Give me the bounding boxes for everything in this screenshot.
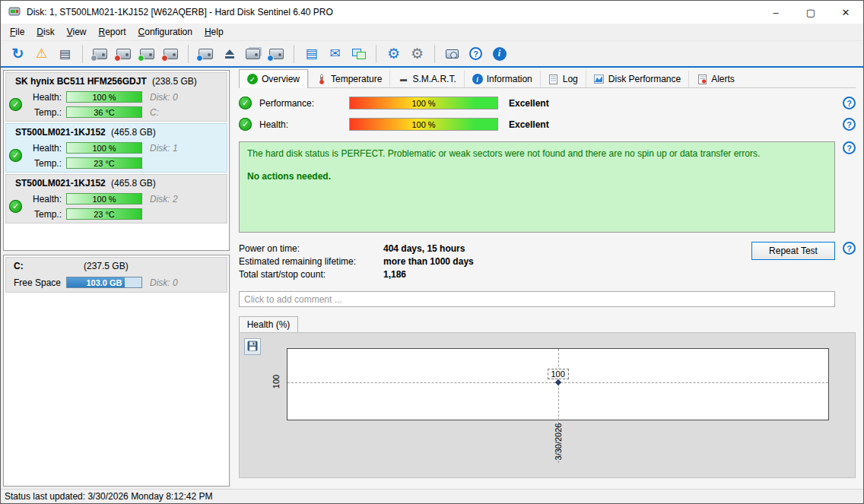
tab-label: Disk Performance [608,74,681,84]
performance-rating: Excellent [509,98,549,109]
partition-list-panel: C: (237.5 GB) Free Space 103.0 GB Disk: … [3,255,230,487]
tab-overview[interactable]: ✓ Overview [239,69,308,88]
disk-index: Disk: 2 [150,194,178,204]
comment-input[interactable] [239,291,835,307]
disk-accept-icon[interactable] [136,43,158,65]
health-label: Health: [24,92,62,103]
chart-x-tick: 3/30/2026 [554,419,563,464]
health-label: Health: [24,194,62,204]
disk-remove-icon[interactable] [113,43,135,65]
disk-list-item-2[interactable]: ST500LM021-1KJ152 (465.8 GB) ✓ Health: 1… [5,174,227,223]
disk-header: SK hynix BC511 HFM256GDJT (238.5 GB) [9,75,224,90]
network-disks-icon[interactable] [348,43,370,65]
tab-smart[interactable]: ▬ S.M.A.R.T. [389,71,463,87]
overview-check-icon: ✓ [247,74,258,84]
maximize-button[interactable]: ▢ [793,1,828,24]
info-icon[interactable]: i [488,43,510,65]
optical-drive-icon[interactable] [195,43,217,65]
preferences-gear-icon[interactable]: ⚙ [406,43,428,65]
health-rating: Excellent [509,119,549,130]
menu-report[interactable]: Report [93,24,132,40]
stat-power-on-time: Power on time: 404 days, 15 hours [239,242,751,255]
disk-status-ok-icon: ✓ [9,200,22,213]
disk-index: Disk: 1 [150,143,178,154]
tab-label: Log [563,74,578,84]
disk-name: SK hynix BC511 HFM256GDJT [15,76,147,87]
disk-copy-icon[interactable] [242,43,264,65]
information-icon: i [472,74,483,84]
temp-bar-value: 23 °C [94,159,115,168]
help-icon[interactable]: ? [465,43,487,65]
stat-value: more than 1000 days [383,256,474,267]
tab-temperature[interactable]: Temperature [308,71,389,87]
chart-point-label: 100 [548,369,569,379]
health-help-icon[interactable]: ? [843,118,856,131]
log-glyph: ▤ [305,47,317,60]
hdd-glyph [199,49,213,59]
sidebar: SK hynix BC511 HFM256GDJT (238.5 GB) ✓ H… [1,68,231,489]
log-panel-icon[interactable]: ▤ [300,43,322,65]
status-help-icon[interactable]: ? [843,141,856,154]
disk-transfer-icon[interactable] [265,43,287,65]
tab-alerts[interactable]: Alerts [688,71,742,87]
smart-icon: ▬ [398,74,408,84]
tab-label: Temperature [331,74,382,84]
disk-size: (238.5 GB) [152,76,197,87]
close-button[interactable]: ✕ [828,1,863,24]
refresh-icon[interactable]: ↻ [7,43,29,65]
chart-tab-health[interactable]: Health (%) [239,316,298,332]
menu-help[interactable]: Help [199,24,230,40]
network-glyph [352,49,366,59]
minimize-button[interactable]: – [758,1,793,24]
hdd-glyph [116,49,131,59]
disk-reject-icon[interactable] [160,43,182,65]
toolbar-separator [294,45,294,63]
menu-view[interactable]: View [61,24,93,40]
tab-label: Alerts [711,74,735,84]
menu-configuration[interactable]: Configuration [132,24,199,40]
disk-index: Disk: 0 [150,92,178,103]
status-message-box: The hard disk status is PERFECT. Problem… [239,141,835,233]
tab-disk-performance[interactable]: Disk Performance [586,71,688,87]
surface-alert-icon[interactable]: ⚠ [30,43,52,65]
eject-glyph [224,49,235,59]
screenshot-camera-icon[interactable] [441,43,463,65]
hdd-glyph [164,49,178,59]
eject-icon[interactable] [218,43,240,65]
stat-label: Power on time: [239,243,383,254]
chart-tab-label: Health (%) [247,319,291,330]
alerts-page-icon [697,74,707,84]
hdd-glyph [269,49,284,59]
temp-bar-value: 23 °C [94,210,115,219]
tab-log[interactable]: Log [540,71,586,87]
health-ok-icon: ✓ [239,118,252,131]
save-chart-button[interactable] [244,338,261,355]
stats-help-icon[interactable]: ? [843,242,856,255]
badge [138,55,145,62]
send-mail-icon[interactable]: ✉ [324,43,346,65]
alert-glyph: ⚠ [36,47,47,60]
status-action-text: No actions needed. [247,171,827,182]
disk-status-ok-icon: ✓ [9,98,22,111]
report-glyph: ▤ [59,48,71,60]
repeat-test-button[interactable]: Repeat Test [751,242,835,260]
status-bar-text: Status last updated: 3/30/2026 Monday 8:… [5,491,213,502]
performance-help-icon[interactable]: ? [843,97,856,109]
health-label: Health: [259,119,349,130]
partition-list-item[interactable]: C: (237.5 GB) Free Space 103.0 GB Disk: … [5,257,227,293]
info-glyph: i [493,47,507,61]
temp-bar-value: 36 °C [94,108,115,117]
tab-bar: ✓ Overview Temperature ▬ S.M.A.R.T. i In… [239,69,856,88]
menu-disk[interactable]: Disk [30,24,60,40]
performance-ok-icon: ✓ [239,97,252,109]
tab-information[interactable]: i Information [464,71,540,87]
stat-label: Total start/stop count: [239,269,383,280]
report-icon[interactable]: ▤ [54,43,76,65]
camera-glyph [446,49,459,59]
disk-list-item-1-selected[interactable]: ST500LM021-1KJ152 (465.8 GB) ✓ Health: 1… [5,123,227,173]
toolbar: ↻ ⚠ ▤ ▤ ✉ ⚙ ⚙ ? i [1,40,863,66]
disk-detect-icon[interactable] [89,43,111,65]
settings-gear-icon[interactable]: ⚙ [383,43,405,65]
menu-file[interactable]: File [4,24,30,40]
disk-list-item-0[interactable]: SK hynix BC511 HFM256GDJT (238.5 GB) ✓ H… [5,72,227,122]
